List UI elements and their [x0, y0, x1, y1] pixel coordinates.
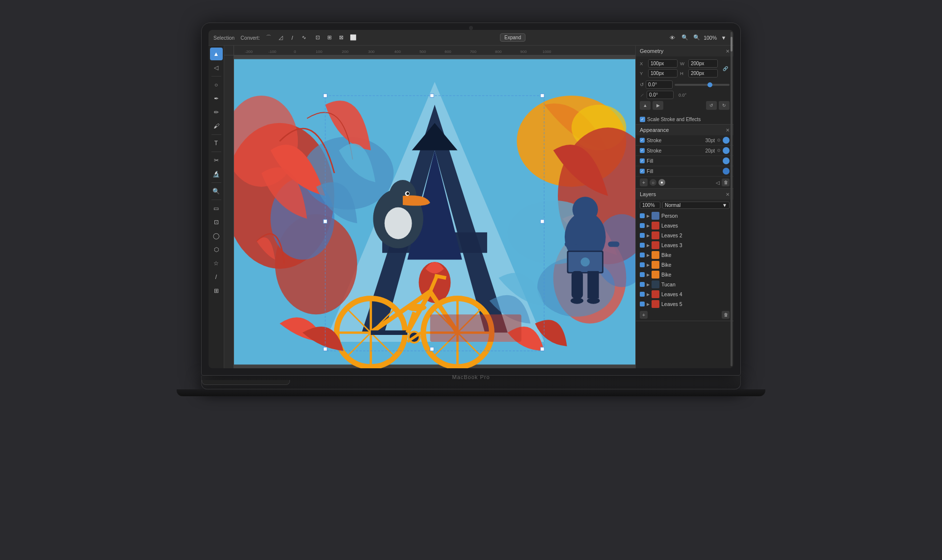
- stroke2-settings-icon[interactable]: ⚙: [717, 148, 721, 153]
- fill1-color-swatch[interactable]: [723, 157, 730, 164]
- layer-item-leaves5[interactable]: ▶ Leaves 5: [636, 299, 733, 309]
- zoom-dropdown[interactable]: ▼: [719, 33, 729, 43]
- layer-item-leaves4[interactable]: ▶ Leaves 4: [636, 289, 733, 299]
- blend-mode-dropdown[interactable]: Normal ▼: [662, 202, 730, 209]
- layer-item-bike1[interactable]: ▶ Bike: [636, 250, 733, 260]
- layer-item-leaves2[interactable]: ▶ Leaves 2: [636, 230, 733, 240]
- layer-item-bike2[interactable]: ▶ Bike: [636, 260, 733, 270]
- visibility-toggle[interactable]: 👁: [667, 33, 677, 43]
- convert-anchor-tool[interactable]: ⌒: [264, 33, 274, 43]
- convert-corner-tool[interactable]: ◿: [276, 33, 286, 43]
- stroke2-color-swatch[interactable]: [723, 147, 730, 154]
- mask-tool[interactable]: ⬜: [348, 33, 358, 43]
- layer-vis-leaves[interactable]: [640, 223, 645, 228]
- layer-item-tucan[interactable]: ▶ Tucan: [636, 280, 733, 289]
- flip-h-btn[interactable]: ▶: [653, 101, 663, 110]
- layer-item-person[interactable]: ▶ Person: [636, 211, 733, 221]
- layer-expand-tucan[interactable]: ▶: [647, 282, 650, 287]
- right-panel-scrollbar[interactable]: [731, 46, 733, 366]
- layer-expand-bike1[interactable]: ▶: [647, 253, 650, 257]
- add-layer-btn[interactable]: +: [640, 311, 648, 319]
- layer-item-leaves[interactable]: ▶ Leaves: [636, 221, 733, 230]
- layer-vis-bike2[interactable]: [640, 262, 645, 267]
- align-left-tool[interactable]: ⊡: [313, 33, 323, 43]
- appearance-delete-btn[interactable]: 🗑: [722, 178, 730, 186]
- fill2-checkbox[interactable]: ✓: [640, 169, 645, 174]
- align-center-tool[interactable]: ⊞: [325, 33, 335, 43]
- rect-transform-tool[interactable]: ▭: [210, 202, 223, 215]
- add-appearance-btn[interactable]: +: [640, 178, 648, 186]
- geometry-header[interactable]: Geometry ✕: [636, 46, 733, 56]
- text-tool[interactable]: T: [210, 137, 223, 150]
- fill2-color-swatch[interactable]: [723, 168, 730, 175]
- zoom-out-btn[interactable]: 🔍: [680, 33, 690, 43]
- zoom-tool[interactable]: 🔍: [210, 185, 223, 198]
- select-tool[interactable]: ▲: [210, 48, 223, 60]
- layer-expand-leaves[interactable]: ▶: [647, 224, 650, 228]
- layer-vis-leaves5[interactable]: [640, 302, 645, 306]
- opacity-input[interactable]: [640, 202, 660, 209]
- artboard-tool[interactable]: ⊞: [210, 284, 223, 297]
- scale-stroke-checkbox[interactable]: ✓: [640, 117, 645, 122]
- y-input[interactable]: [648, 69, 678, 77]
- layer-expand-bike2[interactable]: ▶: [647, 263, 650, 267]
- layers-header-bar[interactable]: Layers ✕: [636, 189, 733, 200]
- stroke2-checkbox[interactable]: ✓: [640, 148, 645, 153]
- rotate-cw-btn[interactable]: ↻: [719, 101, 730, 110]
- layer-expand-person[interactable]: ▶: [647, 214, 650, 218]
- rotate-input[interactable]: [646, 80, 673, 89]
- h-input[interactable]: [688, 69, 718, 77]
- appearance-filled-btn[interactable]: ●: [658, 179, 665, 186]
- geometry-close-icon[interactable]: ✕: [726, 49, 730, 54]
- layer-vis-bike3[interactable]: [640, 272, 645, 277]
- delete-layer-btn[interactable]: 🗑: [722, 311, 730, 319]
- rotate-ccw-btn[interactable]: ↺: [706, 101, 717, 110]
- align-right-tool[interactable]: ⊠: [337, 33, 346, 43]
- fill1-checkbox[interactable]: ✓: [640, 158, 645, 163]
- appearance-circle-btn[interactable]: ○: [650, 179, 656, 186]
- zoom-in-btn[interactable]: 🔍: [692, 33, 702, 43]
- eyedropper-tool[interactable]: 🔬: [210, 168, 223, 180]
- layer-vis-person[interactable]: [640, 213, 645, 218]
- w-input[interactable]: [688, 59, 718, 68]
- paint-tool[interactable]: 🖌: [210, 120, 223, 132]
- appearance-header[interactable]: Appearance ✕: [636, 125, 733, 135]
- lock-aspect-btn[interactable]: 🔗: [721, 64, 730, 73]
- flip-v-btn[interactable]: ▲: [640, 101, 651, 110]
- layer-expand-leaves5[interactable]: ▶: [647, 302, 650, 306]
- layer-expand-leaves2[interactable]: ▶: [647, 233, 650, 238]
- stroke1-checkbox[interactable]: ✓: [640, 138, 645, 143]
- shape-tool[interactable]: ○: [210, 78, 223, 91]
- ellipse-tool[interactable]: ◯: [210, 229, 223, 242]
- x-input[interactable]: [648, 59, 678, 68]
- appearance-close-icon[interactable]: ✕: [726, 127, 730, 133]
- layer-expand-leaves3[interactable]: ▶: [647, 243, 650, 248]
- layer-vis-leaves2[interactable]: [640, 233, 645, 238]
- artwork-canvas[interactable]: [234, 55, 635, 368]
- convert-curve-tool[interactable]: ∿: [299, 33, 309, 43]
- rotate-slider[interactable]: [675, 84, 730, 86]
- layer-vis-leaves3[interactable]: [640, 243, 645, 248]
- layers-close-icon[interactable]: ✕: [726, 192, 730, 197]
- appearance-arrow-icon[interactable]: ◁: [716, 180, 720, 185]
- convert-line-tool[interactable]: /: [288, 33, 297, 43]
- direct-select-tool[interactable]: ◁: [210, 61, 223, 74]
- star-tool[interactable]: ☆: [210, 257, 223, 270]
- rotate-tool[interactable]: ⊡: [210, 216, 223, 229]
- shear-input[interactable]: [647, 91, 674, 99]
- polygon-tool[interactable]: ⬡: [210, 243, 223, 256]
- brush-tool[interactable]: ✏: [210, 106, 223, 119]
- pen-tool[interactable]: ✒: [210, 92, 223, 105]
- layer-vis-leaves4[interactable]: [640, 292, 645, 297]
- layer-expand-leaves4[interactable]: ▶: [647, 292, 650, 297]
- canvas-area[interactable]: -200 -100 0 100 200 300 400 500 600 700 …: [224, 46, 635, 368]
- layer-expand-bike3[interactable]: ▶: [647, 273, 650, 277]
- scissors-tool[interactable]: ✂: [210, 154, 223, 167]
- layer-item-leaves3[interactable]: ▶ Leaves 3: [636, 240, 733, 250]
- layer-vis-tucan[interactable]: [640, 282, 645, 287]
- expand-button[interactable]: Expand: [500, 33, 525, 42]
- stroke1-settings-icon[interactable]: ⚙: [717, 138, 721, 143]
- layer-vis-bike1[interactable]: [640, 253, 645, 257]
- line-tool[interactable]: /: [210, 271, 223, 283]
- layer-item-bike3[interactable]: ▶ Bike: [636, 270, 733, 280]
